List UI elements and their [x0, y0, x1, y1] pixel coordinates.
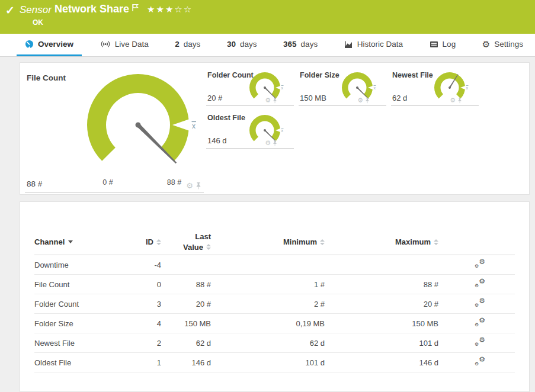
- tab-2-days-number: 2: [175, 40, 180, 49]
- tab-log[interactable]: Log: [421, 34, 464, 56]
- pin-icon[interactable]: [196, 182, 201, 189]
- channel-maximum: 101 d: [325, 339, 438, 348]
- channel-minimum: 62 d: [211, 339, 325, 348]
- broadcast-icon: [100, 40, 111, 48]
- log-list-icon: [430, 41, 438, 48]
- gauge-tile-actions: ⚙: [357, 97, 370, 104]
- pin-icon[interactable]: [273, 140, 277, 146]
- channel-id: 2: [147, 339, 161, 348]
- tab-2-days[interactable]: 2 days: [166, 34, 209, 56]
- table-row: Oldest File 1 146 d 101 d 146 d ⚙⚙: [34, 353, 515, 372]
- tab-bar: Overview Live Data 2 days 30 days 365 da…: [0, 34, 535, 57]
- svg-text:x: x: [192, 122, 196, 130]
- channel-name: File Count: [34, 280, 147, 289]
- channel-settings-icon[interactable]: ⚙⚙: [475, 279, 485, 288]
- channel-id: 3: [147, 300, 161, 309]
- channel-maximum: 88 #: [325, 280, 438, 289]
- tab-settings[interactable]: ⚙ Settings: [474, 34, 531, 56]
- gauge-tile-folder-size: Folder Size x 150 MB ⚙: [299, 69, 386, 106]
- channel-maximum: 150 MB: [325, 319, 438, 328]
- channel-settings-icon[interactable]: ⚙⚙: [475, 357, 485, 366]
- sort-icon: [206, 244, 211, 250]
- svg-text:x: x: [281, 128, 284, 133]
- column-header-channel[interactable]: Channel: [34, 237, 147, 246]
- gauge-tile-actions: ⚙: [450, 97, 462, 104]
- tab-2-days-label: days: [184, 40, 201, 49]
- channel-settings-icon[interactable]: ⚙⚙: [475, 298, 485, 307]
- channel-minimum: 1 #: [211, 280, 325, 289]
- channel-id: -4: [147, 261, 161, 269]
- channel-settings-icon[interactable]: ⚙⚙: [475, 318, 485, 327]
- tab-30-days[interactable]: 30 days: [219, 34, 265, 56]
- tab-live-data[interactable]: Live Data: [92, 34, 157, 56]
- flag-icon[interactable]: [132, 4, 139, 14]
- tab-overview[interactable]: Overview: [17, 34, 82, 56]
- gauge-value: 146 d: [207, 136, 227, 145]
- sensor-header: ✓ Sensor Network Share ★★★☆☆ OK: [0, 0, 535, 34]
- channel-minimum: 101 d: [211, 358, 325, 367]
- gear-icon[interactable]: ⚙: [450, 97, 456, 104]
- tab-365-days[interactable]: 365 days: [275, 34, 326, 56]
- gear-icon[interactable]: ⚙: [265, 97, 271, 104]
- channel-maximum: 20 #: [325, 300, 438, 309]
- channel-name: Folder Size: [34, 319, 147, 328]
- column-header-label: Minimum: [283, 237, 317, 246]
- pin-icon[interactable]: [365, 97, 370, 104]
- gauge-scale-min: 0 #: [91, 178, 124, 187]
- gear-icon[interactable]: ⚙: [186, 182, 193, 189]
- sensor-title: Network Share: [55, 3, 129, 15]
- channel-name: Downtime: [34, 261, 147, 269]
- table-row: Folder Count 3 20 # 2 # 20 # ⚙⚙: [34, 294, 515, 314]
- pin-icon[interactable]: [457, 97, 462, 104]
- gauge-tile-newest-file: Newest File x 62 d ⚙: [391, 69, 479, 106]
- gauge-value: 88 #: [27, 179, 42, 188]
- table-row: Downtime -4 ⚙⚙: [34, 255, 515, 275]
- column-header-label: Value: [183, 242, 203, 253]
- channel-last-value: 150 MB: [161, 319, 211, 328]
- sort-icon: [320, 239, 325, 245]
- priority-stars[interactable]: ★★★☆☆: [147, 4, 193, 15]
- area-chart-icon: [344, 40, 353, 49]
- gear-icon[interactable]: ⚙: [265, 140, 271, 146]
- gauge-tile-actions: ⚙: [265, 97, 277, 104]
- channel-settings-icon[interactable]: ⚙⚙: [475, 259, 485, 268]
- object-type-label: Sensor: [20, 4, 52, 16]
- column-header-label: Last: [161, 232, 211, 242]
- gauge-value: 62 d: [392, 94, 407, 102]
- svg-text:x: x: [374, 86, 376, 90]
- channel-id: 1: [147, 358, 161, 367]
- gear-icon: ⚙: [482, 40, 490, 49]
- column-header-last-value[interactable]: Last Value: [161, 232, 211, 252]
- table-row: File Count 0 88 # 1 # 88 # ⚙⚙: [34, 275, 515, 294]
- svg-text:x: x: [466, 86, 469, 90]
- tab-30-days-label: days: [240, 40, 257, 49]
- gear-icon[interactable]: ⚙: [357, 97, 363, 104]
- tab-log-label: Log: [443, 40, 456, 49]
- gauge-tile-file-count: File Count x 0 # 88 # 88 # ⚙: [25, 68, 204, 193]
- channel-last-value: 20 #: [161, 300, 211, 309]
- channel-last-value: 146 d: [161, 358, 211, 367]
- tab-overview-label: Overview: [38, 40, 73, 49]
- svg-text:x: x: [281, 86, 284, 90]
- tab-historic-data[interactable]: Historic Data: [336, 34, 411, 56]
- average-marker: x: [192, 122, 197, 131]
- channel-settings-icon[interactable]: ⚙⚙: [475, 338, 485, 346]
- gauge-tile-actions: ⚙: [186, 182, 201, 189]
- gauge-title: Newest File: [392, 71, 433, 79]
- small-gauges-grid: Folder Count x 20 # ⚙ Fold: [206, 69, 479, 149]
- column-header-minimum[interactable]: Minimum: [211, 237, 325, 246]
- tab-30-days-number: 30: [227, 40, 236, 49]
- column-header-label: ID: [146, 237, 153, 246]
- column-header-id[interactable]: ID: [147, 237, 161, 246]
- channels-panel: Channel ID Last Value Minimum Maximum: [20, 201, 530, 392]
- tab-live-data-label: Live Data: [115, 40, 149, 49]
- tab-settings-label: Settings: [494, 40, 523, 49]
- column-header-maximum[interactable]: Maximum: [325, 237, 438, 246]
- sensor-status-text: OK: [33, 18, 43, 27]
- pin-icon[interactable]: [273, 97, 277, 104]
- channel-id: 4: [147, 319, 161, 328]
- channel-name: Newest File: [34, 339, 147, 348]
- gauge-title: File Count: [27, 73, 66, 82]
- channels-table: Channel ID Last Value Minimum Maximum: [20, 202, 529, 372]
- gauge-icon: [25, 40, 34, 49]
